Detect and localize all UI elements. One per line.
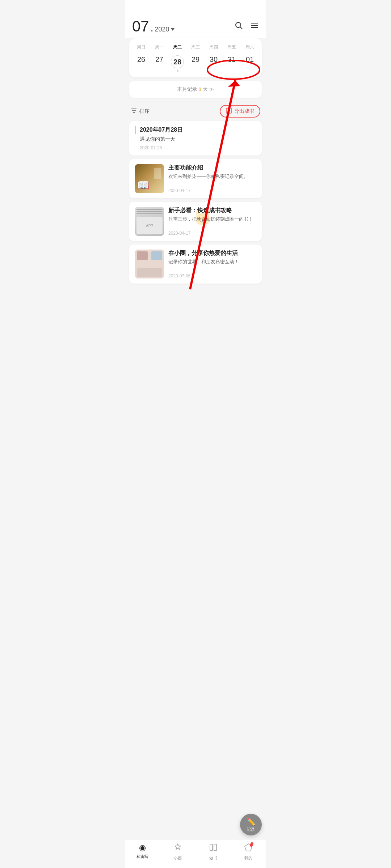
month-summary[interactable]: 本月记录 1 天 ≫ bbox=[129, 81, 262, 98]
header-year: 2020 bbox=[155, 26, 175, 33]
entry-desc-3: 记录你的世界，和朋友私密互动！ bbox=[168, 259, 256, 271]
svg-rect-9 bbox=[229, 108, 231, 113]
svg-line-1 bbox=[240, 27, 243, 29]
entry-time-2: 2020-04-17 bbox=[168, 231, 256, 236]
nav-item-mine[interactable]: 我的 bbox=[231, 843, 266, 861]
sort-button[interactable]: 排序 bbox=[131, 108, 150, 115]
entry-image-3 bbox=[135, 250, 164, 278]
entry-date-title-0: 2020年07月28日 bbox=[135, 126, 256, 134]
list-item-0[interactable]: 2020年07月28日 遇见你的第一天 2020-07-28 bbox=[129, 121, 262, 156]
nav-book-label: 做书 bbox=[209, 855, 217, 861]
toolbar: 排序 导出成书 bbox=[125, 101, 266, 121]
dates-row: 26 27 28 29 30 31 01 bbox=[132, 54, 259, 73]
date-31[interactable]: 31 bbox=[223, 54, 241, 73]
date-28[interactable]: 28 bbox=[168, 54, 186, 73]
svg-rect-8 bbox=[226, 108, 228, 113]
entry-subtitle-0: 遇见你的第一天 bbox=[135, 136, 256, 142]
nav-private-label: 私密写 bbox=[136, 854, 148, 859]
export-label: 导出成书 bbox=[234, 108, 255, 115]
svg-rect-13 bbox=[210, 844, 213, 851]
date-29[interactable]: 29 bbox=[186, 54, 205, 73]
nav-private-icon: ◉ bbox=[139, 843, 146, 852]
week-label-sun: 周日 bbox=[132, 44, 150, 50]
fab-record-button[interactable]: ✏️ 记录 bbox=[240, 814, 262, 835]
entry-title-3: 在小圈，分享你热爱的生活 bbox=[168, 250, 256, 257]
book-icon bbox=[226, 108, 232, 115]
bottom-nav: ◉ 私密写 小圈 做书 bbox=[125, 840, 266, 868]
nav-item-circle[interactable]: 小圈 bbox=[160, 843, 196, 861]
entry-info-3: 在小圈，分享你热爱的生活 记录你的世界，和朋友私密互动！ 2020-07-06 bbox=[168, 250, 256, 278]
header-actions bbox=[234, 21, 259, 32]
entry-info-2: 新手必看：快速成书攻略 只需三步，把珍贵回忆铸刻成唯一的书！ 2020-04-1… bbox=[168, 207, 256, 236]
header-dot: . bbox=[151, 23, 154, 33]
nav-mine-label: 我的 bbox=[244, 855, 252, 861]
status-bar bbox=[125, 0, 266, 16]
search-icon[interactable] bbox=[234, 21, 243, 32]
week-label-sat: 周六 bbox=[241, 44, 259, 50]
svg-rect-14 bbox=[214, 844, 216, 851]
dropdown-arrow-icon[interactable] bbox=[171, 28, 175, 31]
date-27[interactable]: 27 bbox=[150, 54, 168, 73]
fab-label: 记录 bbox=[247, 827, 255, 832]
date-26[interactable]: 26 bbox=[132, 54, 150, 73]
week-labels-row: 周日 周一 周二 周三 周四 周五 周六 bbox=[132, 44, 259, 50]
week-label-mon: 周一 bbox=[150, 44, 168, 50]
nav-circle-icon bbox=[173, 843, 182, 854]
list-item-2[interactable]: APP 新手必看：快速成书攻略 只需三步，把珍贵回忆铸刻成唯一的书！ 2020-… bbox=[129, 202, 262, 241]
entry-desc-2: 只需三步，把珍贵回忆铸刻成唯一的书！ bbox=[168, 216, 256, 229]
nav-book-icon bbox=[209, 843, 218, 854]
entry-title-1: 主要功能介绍 bbox=[168, 164, 256, 172]
export-button[interactable]: 导出成书 bbox=[220, 105, 260, 118]
entry-timestamp-0: 2020-07-28 bbox=[135, 145, 256, 150]
header-month: 07 bbox=[132, 19, 149, 34]
sort-icon bbox=[131, 108, 137, 115]
svg-point-15 bbox=[250, 844, 253, 847]
nav-item-book[interactable]: 做书 bbox=[196, 843, 231, 861]
entry-info-1: 主要功能介绍 欢迎来到拾柒——你的私密记录空间。 2020-04-17 bbox=[168, 164, 256, 193]
week-label-tue: 周二 bbox=[168, 44, 186, 50]
week-label-thu: 周四 bbox=[205, 44, 223, 50]
header-title[interactable]: 07 . 2020 bbox=[132, 19, 175, 34]
month-count: 1 bbox=[199, 86, 202, 92]
entry-desc-1: 欢迎来到拾柒——你的私密记录空间。 bbox=[168, 173, 256, 186]
menu-icon[interactable] bbox=[250, 22, 259, 31]
nav-circle-label: 小圈 bbox=[174, 855, 182, 861]
date-30[interactable]: 30 bbox=[205, 54, 223, 73]
nav-mine-icon bbox=[244, 843, 253, 854]
month-summary-text: 本月记录 1 天 ≫ bbox=[134, 86, 257, 93]
entry-image-2: APP bbox=[135, 207, 164, 236]
expand-arrow-icon: ≫ bbox=[209, 87, 214, 92]
calendar-card: 周日 周一 周二 周三 周四 周五 周六 26 27 28 29 30 31 0… bbox=[129, 38, 262, 77]
date-dot bbox=[177, 70, 178, 72]
date-01[interactable]: 01 bbox=[241, 54, 259, 73]
fab-edit-icon: ✏️ bbox=[247, 817, 256, 826]
sort-label: 排序 bbox=[139, 108, 150, 115]
week-label-fri: 周五 bbox=[223, 44, 241, 50]
entry-image-1: 📖 bbox=[135, 164, 164, 193]
header: 07 . 2020 bbox=[125, 16, 266, 38]
list-item-3[interactable]: 在小圈，分享你热爱的生活 记录你的世界，和朋友私密互动！ 2020-07-06 bbox=[129, 244, 262, 284]
nav-item-private[interactable]: ◉ 私密写 bbox=[125, 843, 160, 861]
week-label-wed: 周三 bbox=[186, 44, 205, 50]
entry-time-1: 2020-04-17 bbox=[168, 188, 256, 193]
list-item-1[interactable]: 📖 主要功能介绍 欢迎来到拾柒——你的私密记录空间。 2020-04-17 bbox=[129, 159, 262, 198]
entry-time-3: 2020-07-06 bbox=[168, 273, 256, 278]
entry-title-2: 新手必看：快速成书攻略 bbox=[168, 207, 256, 214]
